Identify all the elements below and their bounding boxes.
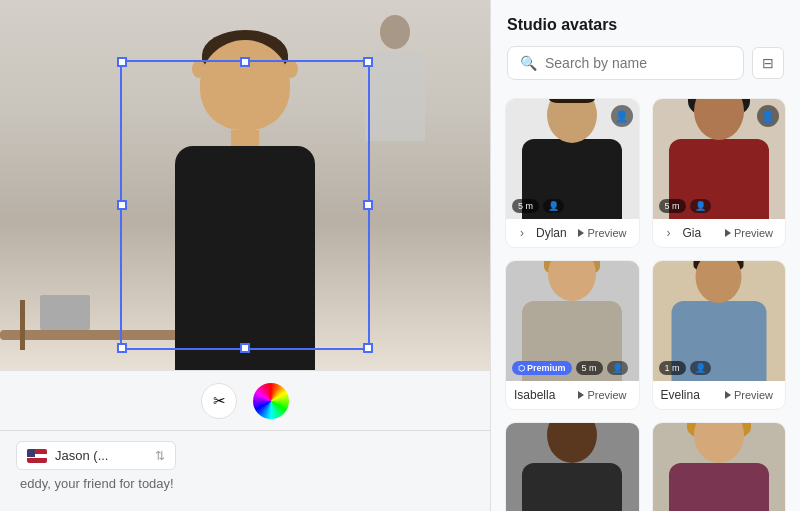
avatar-name-evelina: Evelina bbox=[661, 388, 715, 402]
time-badge-evelina: 1 m bbox=[659, 361, 686, 375]
panel-title: Studio avatars bbox=[507, 16, 784, 34]
avatar-footer-gia: › Gia Preview bbox=[653, 219, 786, 247]
time-badge-dylan: 5 m bbox=[512, 199, 539, 213]
avatar-name-gia: Gia bbox=[683, 226, 715, 240]
us-flag-icon bbox=[27, 449, 47, 463]
avatar-footer-dylan: › Dylan Preview bbox=[506, 219, 639, 247]
voice-name: Jason (... bbox=[55, 448, 147, 463]
preview-label-isabella: Preview bbox=[587, 389, 626, 401]
avatar-card-gia[interactable]: 👤 5 m 👤 › Gia Preview bbox=[652, 98, 787, 248]
persona-label-gia: 👤 bbox=[690, 199, 711, 213]
avatar-card-isabella[interactable]: Premium 5 m 👤 Isabella Preview bbox=[505, 260, 640, 410]
avatar-footer-isabella: Isabella Preview bbox=[506, 381, 639, 409]
preview-label-dylan: Preview bbox=[587, 227, 626, 239]
preview-label-gia: Preview bbox=[734, 227, 773, 239]
video-area bbox=[0, 0, 490, 370]
expand-icon-dylan[interactable]: › bbox=[514, 225, 530, 241]
bottom-toolbar: ✂ bbox=[0, 370, 490, 430]
avatar-silhouette-5 bbox=[522, 423, 622, 511]
script-area: Jason (... ⇅ eddy, your friend for today… bbox=[0, 430, 490, 511]
search-row: 🔍 ⊟ bbox=[507, 46, 784, 80]
preview-button-dylan[interactable]: Preview bbox=[574, 225, 630, 241]
avatar-card-6[interactable]: Premium 5 m 👤 bbox=[652, 422, 787, 511]
avatar-name-isabella: Isabella bbox=[514, 388, 568, 402]
cut-tool-button[interactable]: ✂ bbox=[201, 383, 237, 419]
persona-badge-gia: 👤 bbox=[757, 105, 779, 127]
preview-triangle-isabella bbox=[578, 391, 584, 399]
avatar-image-gia: 👤 5 m 👤 bbox=[653, 99, 786, 219]
preview-button-isabella[interactable]: Preview bbox=[574, 387, 630, 403]
avatar-image-isabella: Premium 5 m 👤 bbox=[506, 261, 639, 381]
filter-button[interactable]: ⊟ bbox=[752, 47, 784, 79]
avatar-image-6: Premium 5 m 👤 bbox=[653, 423, 786, 511]
avatar-image-dylan: 👤 5 m 👤 bbox=[506, 99, 639, 219]
voice-selector[interactable]: Jason (... ⇅ bbox=[16, 441, 176, 470]
time-badge-isabella: 5 m bbox=[576, 361, 603, 375]
avatar-grid: 👤 5 m 👤 › Dylan Preview bbox=[491, 92, 800, 511]
badges-gia: 5 m 👤 bbox=[659, 199, 711, 213]
preview-triangle-dylan bbox=[578, 229, 584, 237]
cut-icon: ✂ bbox=[213, 392, 226, 410]
avatar-card-5[interactable]: Premium 5 m bbox=[505, 422, 640, 511]
main-avatar-person bbox=[145, 30, 345, 370]
color-wheel-button[interactable] bbox=[253, 383, 289, 419]
desk-leg bbox=[20, 300, 25, 350]
bg-person bbox=[350, 15, 440, 145]
expand-icon-gia[interactable]: › bbox=[661, 225, 677, 241]
avatar-card-dylan[interactable]: 👤 5 m 👤 › Dylan Preview bbox=[505, 98, 640, 248]
left-panel: ✂ Jason (... ⇅ eddy, your friend for tod… bbox=[0, 0, 490, 511]
preview-label-evelina: Preview bbox=[734, 389, 773, 401]
badges-isabella: Premium 5 m 👤 bbox=[512, 361, 628, 375]
premium-badge-isabella: Premium bbox=[512, 361, 572, 375]
right-panel: Studio avatars 🔍 ⊟ 👤 bbox=[490, 0, 800, 511]
avatar-silhouette-6 bbox=[669, 423, 769, 511]
time-badge-gia: 5 m bbox=[659, 199, 686, 213]
avatar-image-5: Premium 5 m bbox=[506, 423, 639, 511]
avatar-image-evelina: 1 m 👤 bbox=[653, 261, 786, 381]
badges-dylan: 5 m 👤 bbox=[512, 199, 564, 213]
script-text: eddy, your friend for today! bbox=[16, 476, 474, 491]
badges-evelina: 1 m 👤 bbox=[659, 361, 711, 375]
search-input[interactable] bbox=[545, 55, 731, 71]
persona-label-dylan: 👤 bbox=[543, 199, 564, 213]
persona-badge-dylan: 👤 bbox=[611, 105, 633, 127]
monitor bbox=[40, 295, 90, 330]
persona-label-evelina: 👤 bbox=[690, 361, 711, 375]
search-bar[interactable]: 🔍 bbox=[507, 46, 744, 80]
preview-triangle-evelina bbox=[725, 391, 731, 399]
persona-label-isabella: 👤 bbox=[607, 361, 628, 375]
avatar-footer-evelina: Evelina Preview bbox=[653, 381, 786, 409]
avatar-card-evelina[interactable]: 1 m 👤 Evelina Preview bbox=[652, 260, 787, 410]
preview-button-gia[interactable]: Preview bbox=[721, 225, 777, 241]
panel-header: Studio avatars 🔍 ⊟ bbox=[491, 0, 800, 92]
preview-button-evelina[interactable]: Preview bbox=[721, 387, 777, 403]
preview-triangle-gia bbox=[725, 229, 731, 237]
search-icon: 🔍 bbox=[520, 55, 537, 71]
avatar-name-dylan: Dylan bbox=[536, 226, 568, 240]
filter-icon: ⊟ bbox=[762, 55, 774, 71]
voice-chevron-icon: ⇅ bbox=[155, 449, 165, 463]
